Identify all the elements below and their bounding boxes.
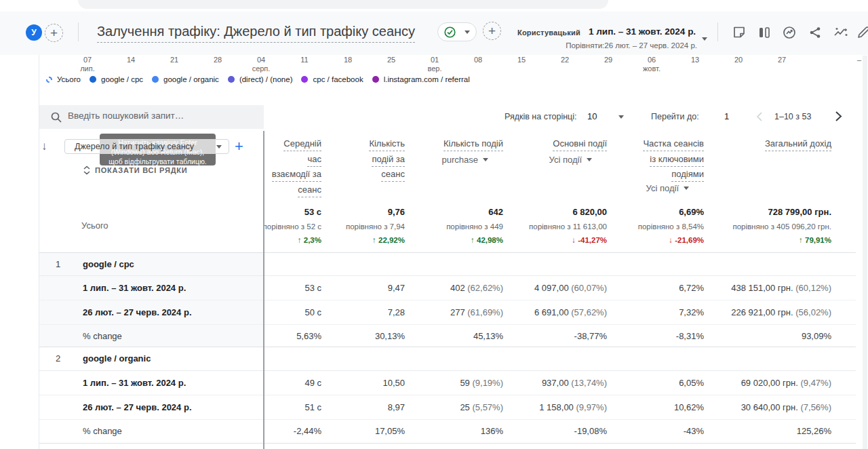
legend-dot-icon — [46, 77, 52, 83]
cell-value: 402 (62,62%) — [450, 283, 503, 293]
totals-value: 9,76 — [388, 207, 405, 217]
cell-value: 277 (61,69%) — [450, 307, 503, 317]
cell-value: 6,05% — [679, 378, 704, 388]
column-header-line: час — [307, 154, 321, 167]
cell-value: 1 158,00 (9,97%) — [539, 402, 607, 412]
legend-item[interactable]: l.instagram.com / referral — [372, 75, 470, 83]
axis-tick-month: вер. — [420, 64, 450, 73]
scrollbar-track[interactable] — [863, 56, 867, 449]
column-header-line: Середній — [283, 138, 321, 151]
edit-pencil-icon[interactable] — [855, 25, 868, 41]
cell-value: 53 с — [304, 283, 321, 293]
global-search-bar-fragment[interactable] — [78, 0, 608, 9]
date-range-type-label: Користувацький — [517, 28, 580, 37]
column-header[interactable]: Кількість подій — [443, 138, 503, 154]
column-header[interactable]: Частка сеансівіз ключовимиподіями — [643, 138, 704, 184]
legend-label: cpc / facebook — [313, 75, 363, 83]
column-subdropdown[interactable]: Усі події — [646, 183, 689, 193]
totals-compare: порівняно з 7,94 — [346, 222, 405, 231]
cell-value: 9,47 — [388, 283, 405, 293]
axis-tick: 04 — [246, 56, 276, 64]
legend-dot-icon — [372, 76, 379, 83]
column-divider[interactable] — [263, 131, 264, 449]
search-icon — [51, 112, 62, 123]
legend-item[interactable]: cpc / facebook — [301, 75, 363, 83]
add-dimension-button[interactable]: + — [235, 138, 243, 155]
column-header[interactable]: Кількістьподій засеанс — [369, 138, 405, 184]
chevron-down-icon — [684, 187, 689, 190]
goto-page-label: Перейти до: — [651, 112, 699, 121]
legend-item[interactable]: google / organic — [152, 75, 219, 83]
totals-compare: порівняно з 52 с — [264, 222, 321, 231]
show-all-rows-button[interactable]: ПОКАЗАТИ ВСІ РЯДКИ — [83, 165, 188, 175]
cell-change-value: 136% — [481, 426, 503, 436]
insights-clock-icon[interactable] — [781, 25, 797, 41]
notes-icon[interactable] — [731, 25, 747, 41]
row-dimension-value[interactable]: google / organic — [83, 353, 151, 364]
pagination-range: 1–10 з 53 — [774, 112, 811, 121]
rows-per-page-value[interactable]: 10 — [587, 111, 597, 121]
column-header[interactable]: Загальний дохід — [765, 138, 831, 154]
next-page-icon[interactable] — [834, 111, 842, 122]
sort-descending-icon[interactable]: ↓ — [41, 140, 47, 153]
column-header[interactable]: Середнійчасвзаємодії засеанс — [272, 138, 321, 199]
report-status-chip[interactable] — [437, 22, 477, 41]
check-circle-icon — [444, 26, 456, 38]
insights-sparkline-icon[interactable] — [833, 25, 849, 41]
column-header-line: сеанс — [381, 169, 405, 182]
dimension-selector[interactable]: Джерело й тип трафіку сеансу — [64, 139, 229, 154]
cell-value: 51 с — [304, 402, 321, 412]
cell-change-value: 45,13% — [473, 331, 503, 341]
cell-value: 10,50 — [382, 378, 405, 388]
chevron-down-icon — [587, 158, 592, 161]
totals-change: ↑ 42,98% — [471, 236, 503, 244]
axis-tick: 27 — [767, 56, 797, 64]
column-subdropdown[interactable]: purchase — [442, 155, 488, 165]
cell-value: 10,62% — [674, 402, 704, 412]
cell-value: 50 с — [304, 307, 321, 317]
date-range-chevron-icon[interactable] — [702, 37, 707, 41]
cell-change-value: 93,09% — [802, 331, 831, 341]
axis-tick: 18 — [333, 56, 363, 64]
legend-item[interactable]: (direct) / (none) — [228, 75, 293, 83]
cell-value: 69 020,00 грн. (9,47%) — [741, 378, 831, 388]
column-header[interactable]: Основні події — [553, 138, 607, 154]
add-comparison-button[interactable]: + — [483, 22, 501, 40]
axis-tick: 28 — [203, 56, 233, 64]
legend-item[interactable]: Усього — [46, 75, 81, 83]
axis-tick: 07 — [73, 56, 102, 64]
divider — [717, 22, 718, 41]
legend-item[interactable]: google / cpc — [90, 75, 143, 83]
cell-change-value: -8,31% — [676, 331, 704, 341]
cell-value: 49 с — [304, 378, 321, 388]
row-dimension-value[interactable]: google / cpc — [83, 259, 134, 269]
share-icon[interactable] — [807, 25, 823, 41]
axis-tick: 11 — [290, 56, 319, 64]
chevron-down-icon — [483, 158, 488, 161]
search-input[interactable] — [68, 111, 251, 121]
axis-tick-month: лип. — [73, 64, 102, 73]
cell-change-value: 5,63% — [296, 331, 321, 341]
chart-legend: Усьогоgoogle / cpcgoogle / organic(direc… — [46, 75, 470, 83]
add-segment-button[interactable]: + — [45, 24, 63, 42]
cell-change-value: -2,44% — [294, 426, 321, 436]
axis-tick: 29 — [593, 56, 623, 64]
goto-page-value[interactable]: 1 — [724, 111, 729, 121]
column-header-line: сеанс — [298, 184, 321, 197]
totals-change: ↑ 22,92% — [372, 236, 405, 244]
cell-value: 6 691,00 (57,62%) — [534, 307, 607, 317]
column-header-line: із ключовими — [650, 154, 704, 167]
column-header-line: Кількість подій — [443, 138, 503, 151]
legend-label: (direct) / (none) — [239, 75, 293, 83]
row-date-range: 1 лип. – 31 жовт. 2024 р. — [83, 283, 186, 293]
row-date-range: 26 лют. – 27 черв. 2024 р. — [83, 307, 192, 317]
prev-page-icon[interactable] — [755, 111, 763, 122]
report-title[interactable]: Залучення трафіку: Джерело й тип трафіку… — [97, 24, 415, 43]
rows-per-page-chevron-icon[interactable] — [618, 115, 624, 119]
ga4-report-page: GA4 У + Залучення трафіку: Джерело й тип… — [0, 0, 868, 449]
subdropdown-label: Усі події — [646, 183, 679, 193]
date-range-value[interactable]: 1 лип. – 31 жовт. 2024 р. — [589, 26, 696, 37]
comparison-icon[interactable] — [756, 25, 772, 41]
column-subdropdown[interactable]: Усі події — [549, 155, 592, 165]
avatar[interactable]: У — [26, 24, 42, 41]
